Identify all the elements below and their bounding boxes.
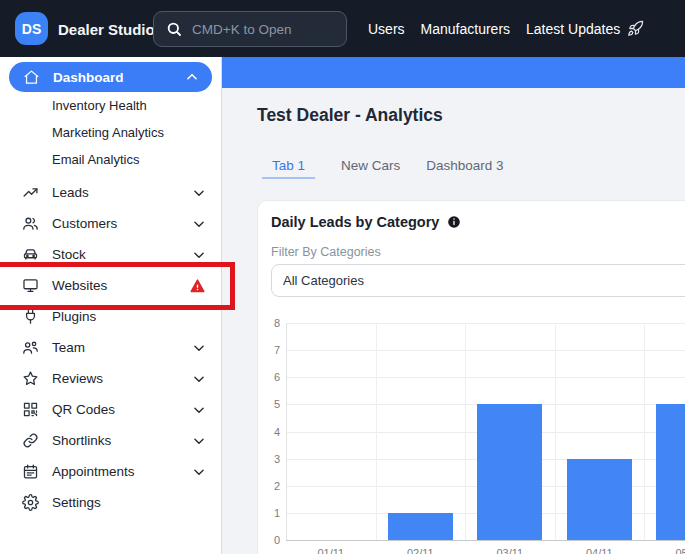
- sidebar-item-label: QR Codes: [52, 402, 189, 417]
- sidebar-item-team[interactable]: Team: [0, 332, 221, 363]
- daily-leads-card: Daily Leads by Category Filter By Catego…: [257, 200, 685, 554]
- sidebar-item-appointments[interactable]: Appointments: [0, 456, 221, 487]
- top-bar: DS Dealer Studio UsersManufacturersLates…: [0, 0, 685, 57]
- y-axis-label: 4: [258, 426, 280, 438]
- plug-icon: [22, 308, 39, 325]
- sidebar-item-label: Team: [52, 340, 189, 355]
- sidebar-item-settings[interactable]: Settings: [0, 487, 221, 518]
- y-axis-label: 0: [258, 534, 280, 546]
- chart-gridline: [286, 323, 685, 324]
- sidebar-item-label: Leads: [52, 185, 189, 200]
- chart-bar-05-11: [656, 404, 685, 540]
- chart-gridline: [286, 377, 685, 378]
- top-nav-label: Latest Updates: [526, 21, 620, 37]
- y-axis-label: 1: [258, 507, 280, 519]
- sidebar-item-marketing-analytics[interactable]: Marketing Analytics: [0, 119, 221, 146]
- users-icon: [22, 215, 39, 232]
- search-icon: [166, 21, 182, 37]
- sidebar-item-label: Inventory Health: [52, 98, 206, 113]
- chevron-down-icon: [189, 341, 206, 355]
- warning-icon: [189, 278, 206, 294]
- chart-bar-04-11: [567, 459, 632, 540]
- car-icon: [22, 246, 39, 263]
- link-icon: [22, 432, 39, 449]
- top-nav-label: Users: [368, 21, 405, 37]
- chart-vertical-gridline: [376, 323, 377, 540]
- chart-vertical-gridline: [644, 323, 645, 540]
- sidebar-item-plugins[interactable]: Plugins: [0, 301, 221, 332]
- calendar-icon: [22, 463, 39, 480]
- monitor-icon: [22, 277, 39, 294]
- blue-banner: [222, 57, 685, 88]
- chevron-down-icon: [189, 372, 206, 386]
- chart-vertical-gridline: [465, 323, 466, 540]
- sidebar-item-customers[interactable]: Customers: [0, 208, 221, 239]
- chart-bar-03-11: [477, 404, 542, 540]
- x-axis-label: 04/11: [564, 547, 634, 554]
- search-input[interactable]: [190, 21, 334, 38]
- y-axis-label: 7: [258, 344, 280, 356]
- team-icon: [22, 339, 39, 356]
- tab-dashboard-3[interactable]: Dashboard 3: [426, 158, 503, 179]
- brand-logo[interactable]: DS: [15, 12, 48, 45]
- chevron-down-icon: [189, 403, 206, 417]
- tab-new-cars[interactable]: New Cars: [341, 158, 400, 179]
- sidebar-item-websites[interactable]: Websites: [0, 270, 221, 301]
- sidebar-item-shortlinks[interactable]: Shortlinks: [0, 425, 221, 456]
- trending-up-icon: [22, 184, 39, 201]
- sidebar-item-inventory-health[interactable]: Inventory Health: [0, 92, 221, 119]
- sidebar-item-label: Dashboard: [53, 70, 182, 85]
- y-axis-label: 3: [258, 453, 280, 465]
- top-nav-manufacturers[interactable]: Manufacturers: [421, 21, 510, 37]
- gear-icon: [22, 494, 39, 511]
- top-nav-latest-updates[interactable]: Latest Updates: [526, 20, 644, 37]
- chart-vertical-gridline: [286, 323, 287, 540]
- sidebar-item-stock[interactable]: Stock: [0, 239, 221, 270]
- main-content: Test Dealer - Analytics Tab 1New CarsDas…: [222, 57, 685, 554]
- top-nav-users[interactable]: Users: [368, 21, 405, 37]
- chart-vertical-gridline: [555, 323, 556, 540]
- sidebar-item-dashboard[interactable]: Dashboard: [9, 62, 212, 92]
- chevron-down-icon: [189, 217, 206, 231]
- sidebar-item-label: Marketing Analytics: [52, 125, 206, 140]
- daily-leads-chart: 01234567801/1102/1103/1104/1105/11: [258, 318, 685, 554]
- sidebar: DashboardInventory HealthMarketing Analy…: [0, 57, 222, 554]
- sidebar-item-leads[interactable]: Leads: [0, 177, 221, 208]
- info-icon[interactable]: [447, 215, 461, 229]
- sidebar-item-label: Shortlinks: [52, 433, 189, 448]
- x-axis-label: 01/11: [296, 547, 366, 554]
- y-axis-label: 8: [258, 317, 280, 329]
- y-axis-label: 2: [258, 480, 280, 492]
- chevron-down-icon: [189, 465, 206, 479]
- sidebar-item-email-analytics[interactable]: Email Analytics: [0, 146, 221, 173]
- sidebar-item-label: Email Analytics: [52, 152, 206, 167]
- sidebar-item-label: Customers: [52, 216, 189, 231]
- select-value: All Categories: [283, 273, 364, 288]
- filter-label: Filter By Categories: [271, 245, 381, 259]
- card-title-row: Daily Leads by Category: [271, 214, 461, 230]
- qr-icon: [22, 401, 39, 418]
- sidebar-item-qr-codes[interactable]: QR Codes: [0, 394, 221, 425]
- chart-gridline: [286, 350, 685, 351]
- sidebar-item-label: Websites: [52, 278, 189, 293]
- sidebar-item-label: Stock: [52, 247, 189, 262]
- global-search[interactable]: [153, 11, 347, 47]
- y-axis-label: 5: [258, 398, 280, 410]
- top-nav-label: Manufacturers: [421, 21, 510, 37]
- sidebar-item-reviews[interactable]: Reviews: [0, 363, 221, 394]
- tab-tab-1[interactable]: Tab 1: [262, 158, 315, 179]
- top-nav: UsersManufacturersLatest Updates: [368, 0, 644, 57]
- sidebar-item-label: Plugins: [52, 309, 206, 324]
- y-axis-label: 6: [258, 371, 280, 383]
- star-icon: [22, 370, 39, 387]
- chart-gridline: [286, 540, 685, 541]
- chevron-down-icon: [189, 434, 206, 448]
- sidebar-item-label: Appointments: [52, 464, 189, 479]
- tab-bar: Tab 1New CarsDashboard 3: [262, 158, 530, 179]
- chevron-down-icon: [189, 248, 206, 262]
- home-icon: [23, 69, 40, 86]
- category-filter-select[interactable]: All Categories: [271, 264, 685, 297]
- x-axis-label: 02/11: [385, 547, 455, 554]
- chevron-up-icon: [182, 70, 199, 84]
- x-axis-label: 05/11: [654, 547, 685, 554]
